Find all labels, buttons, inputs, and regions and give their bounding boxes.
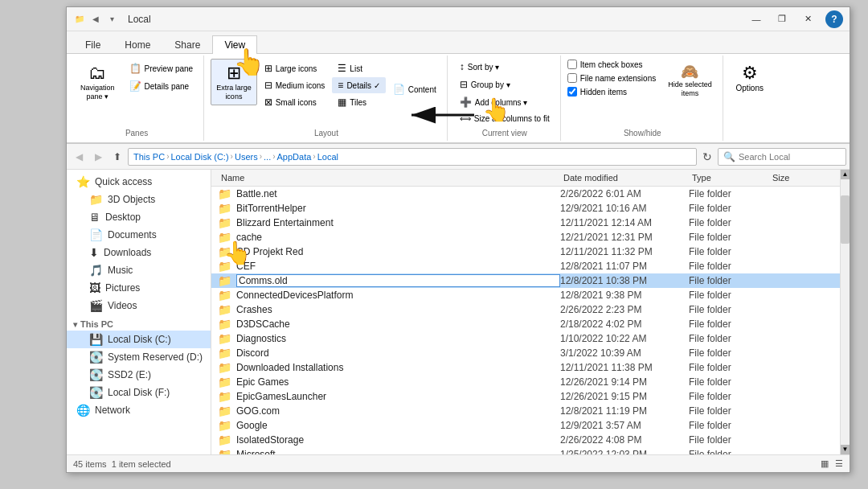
file-name: CD Projekt Red xyxy=(236,246,560,257)
sort-by-button[interactable]: ↕Sort by ▾ xyxy=(454,59,555,75)
sidebar-item-videos[interactable]: 🎬 Videos xyxy=(67,297,211,314)
table-row[interactable]: 📁 ConnectedDevicesPlatform 12/8/2021 9:3… xyxy=(211,288,840,302)
preview-pane-button[interactable]: 📋 Preview pane xyxy=(124,60,199,76)
table-row[interactable]: 📁 IsolatedStorage 2/26/2022 4:08 PM File… xyxy=(211,433,840,447)
table-row[interactable]: 📁 Microsoft 1/25/2022 12:03 PM File fold… xyxy=(211,447,840,454)
table-row[interactable]: 📁 D3DSCache 2/18/2022 4:02 PM File folde… xyxy=(211,317,840,331)
back-button[interactable]: ◀ xyxy=(70,148,88,166)
tab-view[interactable]: View xyxy=(212,35,257,54)
table-row[interactable]: 📁 Discord 3/1/2022 10:39 AM File folder xyxy=(211,346,840,360)
sidebar-label-desktop: Desktop xyxy=(105,212,141,223)
add-columns-button[interactable]: ➕Add columns ▾ xyxy=(454,94,555,110)
breadcrumb-local[interactable]: Local xyxy=(317,152,338,162)
list-view-icon[interactable]: ☰ xyxy=(835,458,843,469)
table-row[interactable]: 📁 Google 12/9/2021 3:57 AM File folder xyxy=(211,418,840,433)
details-pane-button[interactable]: 📝 Details pane xyxy=(124,78,199,94)
item-check-boxes-checkbox[interactable]: Item check boxes xyxy=(567,59,657,70)
file-name: Microsoft xyxy=(236,449,560,454)
folder-icon: 📁 xyxy=(218,318,231,331)
folder-icon: 📁 xyxy=(218,419,231,432)
breadcrumb-user[interactable]: ... xyxy=(264,152,271,162)
navigation-pane-button[interactable]: 🗂 Navigationpane ▾ xyxy=(75,59,121,105)
column-name[interactable]: Name xyxy=(218,171,560,184)
file-type: File folder xyxy=(689,203,769,214)
maximize-button[interactable]: ❐ xyxy=(769,10,795,28)
file-type: File folder xyxy=(689,232,769,243)
hidden-items-checkbox[interactable]: Hidden items xyxy=(567,86,657,97)
scrollbar[interactable]: ▲ ▼ xyxy=(840,170,850,454)
up-button[interactable]: ⬆ xyxy=(108,148,126,166)
table-row[interactable]: 📁 Crashes 2/26/2022 2:23 PM File folder xyxy=(211,302,840,317)
small-icons-button[interactable]: ⊠Small icons xyxy=(259,94,331,110)
table-row[interactable]: 📁 Comms.old 12/8/2021 10:38 PM File fold… xyxy=(211,273,840,288)
column-size[interactable]: Size xyxy=(769,171,833,184)
table-row[interactable]: 📁 GOG.com 12/8/2021 11:19 PM File folder xyxy=(211,404,840,418)
minimize-button[interactable]: — xyxy=(743,10,769,28)
options-button[interactable]: ⚙ Options xyxy=(730,59,770,97)
grid-view-icon[interactable]: ▦ xyxy=(821,458,829,469)
sidebar-item-downloads[interactable]: ⬇ Downloads xyxy=(67,244,211,261)
tab-home[interactable]: Home xyxy=(113,35,162,54)
table-row[interactable]: 📁 BitTorrentHelper 12/9/2021 10:16 AM Fi… xyxy=(211,201,840,216)
help-button[interactable]: ? xyxy=(825,10,843,28)
sidebar-item-documents[interactable]: 📄 Documents xyxy=(67,226,211,244)
table-row[interactable]: 📁 Diagnostics 1/10/2022 10:22 AM File fo… xyxy=(211,331,840,346)
sidebar-label-documents: Documents xyxy=(108,229,157,240)
file-name: Discord xyxy=(236,347,560,359)
file-name-extensions-checkbox[interactable]: File name extensions xyxy=(567,72,657,84)
table-row[interactable]: 📁 Epic Games 12/26/2021 9:14 PM File fol… xyxy=(211,375,840,389)
sidebar-item-3d-objects[interactable]: 📁 3D Objects xyxy=(67,191,211,208)
sidebar-item-local-disk-c[interactable]: 💾 Local Disk (C:) xyxy=(67,331,211,348)
sidebar-item-desktop[interactable]: 🖥 Desktop xyxy=(67,208,211,226)
list-button[interactable]: ☰List xyxy=(332,60,385,76)
content-button[interactable]: 📄Content xyxy=(387,81,442,97)
sidebar-section-this-pc[interactable]: This PC xyxy=(67,314,211,331)
file-type: File folder xyxy=(689,290,769,301)
tab-share[interactable]: Share xyxy=(162,35,212,54)
sidebar-item-system-reserved[interactable]: 💽 System Reserved (D:) xyxy=(67,348,211,366)
breadcrumb-appdata[interactable]: AppData xyxy=(277,152,312,162)
table-row[interactable]: 📁 Downloaded Installations 12/11/2021 11… xyxy=(211,360,840,375)
hide-selected-items-button[interactable]: 🙈 Hide selecteditems xyxy=(662,59,718,125)
sidebar-item-network[interactable]: 🌐 Network xyxy=(67,401,211,419)
breadcrumb-local-disk[interactable]: Local Disk (C:) xyxy=(170,152,228,162)
sidebar-item-pictures[interactable]: 🖼 Pictures xyxy=(67,279,211,297)
sidebar-item-local-disk-f[interactable]: 💽 Local Disk (F:) xyxy=(67,384,211,401)
table-row[interactable]: 📁 EpicGamesLauncher 12/26/2021 9:15 PM F… xyxy=(211,389,840,404)
size-all-columns-button[interactable]: ⟺Size all columns to fit xyxy=(454,112,555,125)
extra-large-icons-button[interactable]: ⊞ Extra largeicons xyxy=(211,59,257,105)
file-name: EpicGamesLauncher xyxy=(236,391,560,402)
sidebar-item-ssd2[interactable]: 💽 SSD2 (E:) xyxy=(67,366,211,384)
close-button[interactable]: ✕ xyxy=(795,10,821,28)
sidebar-label-local-disk-c: Local Disk (C:) xyxy=(108,334,171,345)
forward-button[interactable]: ▶ xyxy=(89,148,107,166)
tab-file[interactable]: File xyxy=(73,35,113,54)
breadcrumb-users[interactable]: Users xyxy=(235,152,258,162)
medium-icons-button[interactable]: ⊟Medium icons xyxy=(259,77,331,93)
table-row[interactable]: 📁 CD Projekt Red 12/11/2021 11:32 PM Fil… xyxy=(211,244,840,259)
file-name-editing[interactable]: Comms.old xyxy=(236,274,560,287)
tiles-button[interactable]: ▦Tiles xyxy=(332,94,385,110)
folder-icon: 📁 xyxy=(218,347,231,360)
refresh-button[interactable]: ↻ xyxy=(698,148,716,166)
sidebar-item-music[interactable]: 🎵 Music xyxy=(67,261,211,279)
table-row[interactable]: 📁 CEF 12/8/2021 11:07 PM File folder xyxy=(211,259,840,273)
local-disk-f-icon: 💽 xyxy=(89,386,103,399)
file-date: 2/18/2022 4:02 PM xyxy=(560,318,689,330)
breadcrumb-this-pc[interactable]: This PC xyxy=(133,152,165,162)
search-input[interactable] xyxy=(739,152,850,162)
file-name: CEF xyxy=(236,261,560,272)
column-date[interactable]: Date modified xyxy=(560,171,689,184)
file-type: File folder xyxy=(689,246,769,257)
large-icons-button[interactable]: ⊞Large icons xyxy=(259,60,331,76)
sidebar-label-system-reserved: System Reserved (D:) xyxy=(108,351,203,363)
table-row[interactable]: 📁 Battle.net 2/26/2022 6:01 AM File fold… xyxy=(211,187,840,201)
sidebar-label-network: Network xyxy=(95,405,130,416)
details-button[interactable]: ≡Details ✓ xyxy=(332,77,385,93)
group-by-button[interactable]: ⊟Group by ▾ xyxy=(454,76,555,92)
sidebar-item-quick-access[interactable]: ⭐ Quick access xyxy=(67,173,211,191)
folder-icon: 📁 xyxy=(218,376,231,388)
table-row[interactable]: 📁 Blizzard Entertainment 12/11/2021 12:1… xyxy=(211,216,840,230)
column-type[interactable]: Type xyxy=(689,171,769,184)
table-row[interactable]: 📁 cache 12/21/2021 12:31 PM File folder xyxy=(211,230,840,244)
